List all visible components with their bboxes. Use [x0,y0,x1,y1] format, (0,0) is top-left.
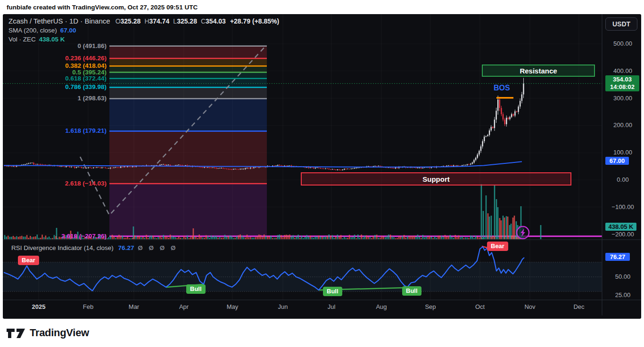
price-axis-label[interactable]: 300.00 [606,95,640,102]
fib-band [109,98,267,131]
time-axis-label[interactable]: Feb [83,303,93,311]
bull-marker-badge: Bull [323,287,342,296]
price-axis-label[interactable]: −100.00 [606,203,640,211]
volume-badge: 438.05 K [605,223,636,231]
sma-price-badge: 67.00 [605,157,629,165]
time-axis-label[interactable]: Jun [278,303,288,311]
time-axis-label[interactable]: Dec [573,303,584,311]
tradingview-logo-icon [7,327,25,339]
footer-bar: TradingView [0,319,644,347]
fib-level-label: 0 (491.86) [3,42,107,50]
last-price-badge: 354.0314:08:02 [605,75,639,91]
price-axis-label[interactable]: 400.00 [606,67,640,75]
currency-toggle-button[interactable]: USDT [605,17,637,31]
fib-level-label: 3.618 (−207.26) [3,232,107,241]
bos-label[interactable]: BOS [494,84,510,92]
currency-toggle-label: USDT [612,20,630,28]
time-axis-label[interactable]: Aug [376,303,387,311]
support-label: Support [422,175,450,183]
fib-level-label: 0.786 (339.98) [3,83,107,91]
fib-band [109,87,267,98]
bos-text: BOS [494,84,510,92]
bos-line [496,97,513,99]
price-axis-label[interactable]: 200.00 [606,121,640,129]
resistance-label: Resistance [520,67,557,75]
time-axis-label[interactable]: Mar [129,303,139,311]
fib-band [109,79,267,88]
support-zone-box[interactable]: Support [301,172,571,186]
attribution-text: funbiafe created with TradingView.com, O… [7,4,198,11]
price-axis-label[interactable]: −200.00 [606,231,640,238]
fib-level-label: 0.618 (372.44) [3,74,107,83]
fib-band [109,73,267,79]
fib-level-label: 1 (298.63) [3,94,107,103]
fib-band [109,66,267,72]
fib-level-label: 2.618 (−14.03) [3,179,107,188]
time-axis-label[interactable]: Apr [179,303,189,311]
fib-level-label: 0.236 (446.26) [3,54,107,63]
chart-container[interactable]: Zcash / TetherUS · 1D · Binance O325.28H… [3,14,641,319]
bear-marker-badge: Bear [487,242,508,251]
time-axis-label[interactable]: Sep [425,303,436,311]
time-axis-label[interactable]: May [227,303,239,311]
bar-countdown: 14:08:02 [608,83,637,91]
price-axis-label[interactable]: 100.00 [606,149,640,156]
fib-band [109,46,267,58]
bull-marker-badge: Bull [186,284,206,294]
fib-band [109,131,267,184]
volume-bars-up [5,184,541,239]
time-axis-label[interactable]: Jul [328,303,336,311]
rsi-axis-label[interactable]: 25.00 [606,291,640,299]
rsi-value-badge: 76.27 [605,253,630,261]
fib-level-label: 1.618 (179.21) [3,127,107,135]
tradingview-brand-text: TradingView [30,327,89,339]
time-axis-label[interactable]: Nov [524,303,535,311]
price-axis-label[interactable]: 500.00 [606,40,640,48]
resistance-zone-box[interactable]: Resistance [482,65,595,77]
fib-band [109,58,267,66]
attribution-bar: funbiafe created with TradingView.com, O… [0,0,644,14]
rsi-axis-label[interactable]: 50.00 [606,273,640,281]
bear-marker-badge: Bear [18,256,39,265]
time-axis-label[interactable]: 2025 [32,303,46,311]
last-price-value: 354.03 [608,76,637,83]
bull-marker-badge: Bull [402,286,421,296]
price-axis-label[interactable]: 0.00 [606,176,640,184]
time-axis-label[interactable]: Oct [475,303,485,311]
